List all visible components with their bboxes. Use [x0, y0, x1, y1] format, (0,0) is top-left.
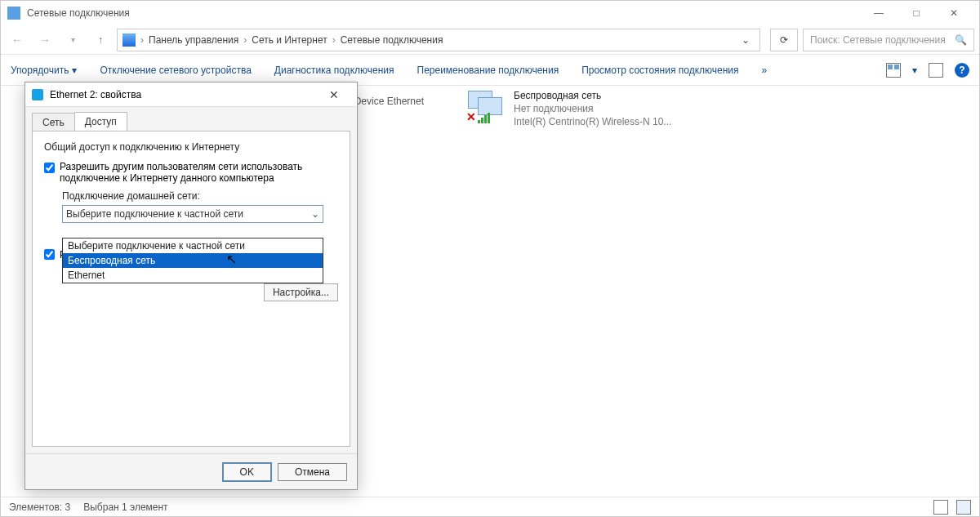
allow-sharing-checkbox[interactable]: [44, 163, 55, 173]
dialog-titlebar: Ethernet 2: свойства ✕: [25, 82, 357, 107]
help-icon[interactable]: ?: [955, 63, 969, 78]
more-chevron[interactable]: »: [762, 65, 768, 76]
dialog-title: Ethernet 2: свойства: [50, 89, 141, 100]
search-box[interactable]: Поиск: Сетевые подключения 🔍: [803, 29, 974, 51]
view-status-button[interactable]: Просмотр состояния подключения: [581, 65, 738, 76]
dropdown-option-placeholder[interactable]: Выберите подключение к частной сети: [63, 238, 323, 253]
address-bar[interactable]: › Панель управления › Сеть и Интернет › …: [117, 29, 760, 51]
wifi-status: Нет подключения: [514, 102, 671, 115]
chevron-down-icon: ▾: [72, 65, 77, 76]
tab-strip: Сеть Доступ: [25, 107, 357, 131]
status-count: Элементов: 3: [9, 501, 70, 513]
wifi-name: Беспроводная сеть: [514, 89, 671, 102]
cursor-icon: ↖: [226, 252, 237, 267]
close-button[interactable]: ✕: [935, 1, 973, 25]
home-network-label: Подключение домашней сети:: [62, 190, 338, 202]
allow-control-checkbox[interactable]: [44, 249, 55, 260]
dropdown-option-wifi[interactable]: Беспроводная сеть ↖: [63, 253, 323, 268]
up-button[interactable]: ↑: [89, 34, 112, 46]
crumb-leaf[interactable]: Сетевые подключения: [341, 34, 443, 46]
properties-dialog: Ethernet 2: свойства ✕ Сеть Доступ Общий…: [24, 82, 358, 490]
window-icon: [7, 7, 20, 20]
crumb-mid[interactable]: Сеть и Интернет: [252, 34, 327, 46]
dialog-close-button[interactable]: ✕: [318, 88, 350, 101]
status-bar: Элементов: 3 Выбран 1 элемент: [1, 497, 979, 516]
forward-button[interactable]: →: [33, 29, 56, 51]
status-selected: Выбран 1 элемент: [83, 501, 167, 513]
crumb-sep-icon: ›: [140, 34, 144, 46]
search-placeholder: Поиск: Сетевые подключения: [810, 34, 946, 46]
tab-network[interactable]: Сеть: [32, 113, 75, 131]
settings-button[interactable]: Настройка...: [264, 283, 338, 301]
disconnected-x-icon: ✕: [466, 110, 476, 123]
network-item-wifi[interactable]: ✕ Беспроводная сеть Нет подключения Inte…: [466, 89, 671, 129]
search-icon: 🔍: [955, 34, 967, 46]
wifi-adapter: Intel(R) Centrino(R) Wireless-N 10...: [514, 115, 671, 128]
organize-menu[interactable]: Упорядочить▾: [11, 65, 77, 76]
preview-pane-button[interactable]: [929, 63, 943, 78]
nav-row: ← → ▾ ↑ › Панель управления › Сеть и Инт…: [1, 25, 979, 55]
combo-value: Выберите подключение к частной сети: [66, 208, 243, 220]
maximize-button[interactable]: □: [898, 1, 935, 25]
tab-panel-access: Общий доступ к подключению к Интернету Р…: [32, 131, 350, 447]
allow-sharing-label: Разрешить другим пользователям сети испо…: [60, 161, 329, 184]
allow-sharing-row: Разрешить другим пользователям сети испо…: [44, 161, 338, 184]
cancel-button[interactable]: Отмена: [278, 463, 347, 481]
network-thumb: ✕: [466, 89, 506, 122]
titlebar: Сетевые подключения — □ ✕: [1, 1, 979, 25]
details-view-button[interactable]: [933, 500, 948, 515]
rename-button[interactable]: Переименование подключения: [417, 65, 559, 76]
minimize-button[interactable]: —: [860, 1, 898, 25]
home-network-dropdown: Выберите подключение к частной сети Бесп…: [62, 238, 323, 283]
address-icon: [122, 33, 136, 47]
window-title: Сетевые подключения: [27, 7, 860, 19]
crumb-root[interactable]: Панель управления: [149, 34, 238, 46]
tab-access[interactable]: Доступ: [74, 112, 127, 131]
crumb-sep-icon: ›: [332, 34, 336, 46]
crumb-sep-icon: ›: [243, 34, 247, 46]
ok-button[interactable]: OK: [223, 463, 271, 481]
large-icons-view-button[interactable]: [956, 500, 971, 515]
disable-device-button[interactable]: Отключение сетевого устройства: [100, 65, 251, 76]
dialog-button-row: OK Отмена: [25, 453, 357, 489]
chevron-down-icon: ⌄: [311, 208, 319, 220]
dropdown-option-ethernet[interactable]: Ethernet: [63, 268, 323, 283]
recent-dropdown[interactable]: ▾: [61, 29, 84, 51]
view-icons-button[interactable]: [886, 63, 901, 78]
group-label: Общий доступ к подключению к Интернету: [44, 141, 338, 153]
wifi-bars-icon: [478, 113, 490, 123]
dialog-icon: [32, 89, 43, 100]
back-button[interactable]: ←: [6, 29, 29, 51]
diagnose-button[interactable]: Диагностика подключения: [274, 65, 394, 76]
address-dropdown[interactable]: ⌄: [737, 34, 755, 46]
view-dropdown-icon[interactable]: ▾: [912, 65, 917, 76]
home-network-combo[interactable]: Выберите подключение к частной сети ⌄: [62, 205, 323, 223]
refresh-button[interactable]: ⟳: [770, 29, 798, 51]
